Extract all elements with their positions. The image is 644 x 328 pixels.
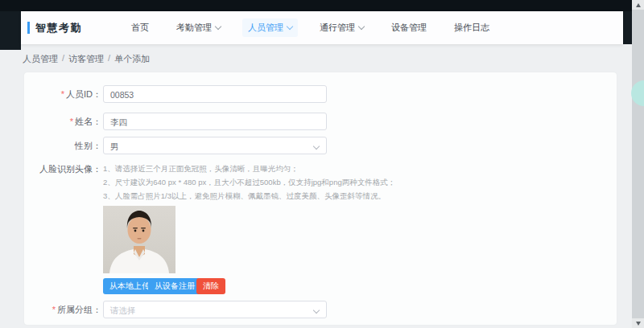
vertical-scrollbar[interactable]	[632, 0, 644, 328]
breadcrumb-separator: /	[62, 53, 64, 65]
scroll-up-button[interactable]	[632, 0, 644, 10]
face-avatar-tip-3: 3、人脸需占照片1/3以上，避免照片模糊、佩戴墨镜、过度美颜、头像歪斜等情况。	[103, 189, 386, 203]
frame-top-edge	[0, 0, 644, 11]
face-avatar-label: 人脸识别头像：	[24, 163, 101, 175]
main-menu: 首页 考勤管理 人员管理 通行管理 设备管理 操作日志	[126, 11, 495, 44]
face-avatar-tip-1: 1、请选择近三个月正面免冠照，头像清晰，且曝光均匀；	[103, 162, 299, 175]
required-mark: *	[52, 305, 56, 314]
breadcrumb-separator: /	[108, 53, 110, 65]
face-avatar-tip-2: 2、尺寸建议为640 px * 480 px，且大小不超过500kb，仅支持jp…	[103, 175, 395, 189]
menu-item-access[interactable]: 通行管理	[314, 18, 369, 37]
required-mark: *	[61, 89, 64, 99]
arrow-up-icon	[636, 3, 641, 7]
chevron-down-icon	[358, 23, 365, 30]
group-label: *所属分组：	[24, 304, 101, 316]
app-logo: 智慧考勤	[27, 11, 82, 44]
required-mark: *	[70, 117, 73, 126]
menu-item-attendance[interactable]: 考勤管理	[171, 18, 226, 37]
gender-label: 性别：	[24, 140, 101, 152]
menu-item-personnel[interactable]: 人员管理	[242, 18, 298, 37]
frame-left-edge	[0, 11, 21, 50]
scroll-down-button[interactable]	[632, 318, 644, 328]
name-input[interactable]: 李四	[103, 113, 327, 130]
brand-accent-bar-icon	[27, 22, 30, 34]
breadcrumb-item-single-add: 单个添加	[114, 53, 150, 65]
portrait-illustration	[103, 206, 175, 273]
menu-item-home[interactable]: 首页	[126, 18, 155, 37]
form-card: *人员ID： 00853 *姓名： 李四 性别： 男 人脸识别头像： 1、请选择…	[24, 72, 617, 325]
clear-photo-button[interactable]: 清除	[196, 278, 225, 294]
person-id-input[interactable]: 00853	[103, 85, 327, 103]
register-from-device-button[interactable]: 从设备注册	[148, 278, 201, 294]
chevron-down-icon	[313, 307, 320, 314]
breadcrumb: 人员管理 / 访客管理 / 单个添加	[23, 53, 150, 65]
arrow-down-icon	[636, 322, 641, 326]
gender-select[interactable]: 男	[103, 137, 327, 154]
breadcrumb-item-visitor[interactable]: 访客管理	[68, 53, 104, 65]
menu-item-logs[interactable]: 操作日志	[448, 18, 495, 37]
top-navbar: 智慧考勤 首页 考勤管理 人员管理 通行管理 设备管理 操作日志	[21, 11, 623, 44]
face-photo	[103, 206, 175, 273]
app-window: 智慧考勤 首页 考勤管理 人员管理 通行管理 设备管理 操作日志	[0, 0, 644, 328]
group-select[interactable]: 请选择	[103, 301, 327, 318]
breadcrumb-item-personnel[interactable]: 人员管理	[23, 53, 58, 65]
name-label: *姓名：	[24, 116, 101, 128]
app-title: 智慧考勤	[35, 21, 82, 35]
chevron-down-icon	[313, 143, 320, 150]
menu-item-devices[interactable]: 设备管理	[386, 18, 432, 37]
chevron-down-icon	[215, 23, 221, 30]
person-id-label: *人员ID：	[24, 88, 101, 100]
chevron-down-icon	[287, 23, 293, 30]
